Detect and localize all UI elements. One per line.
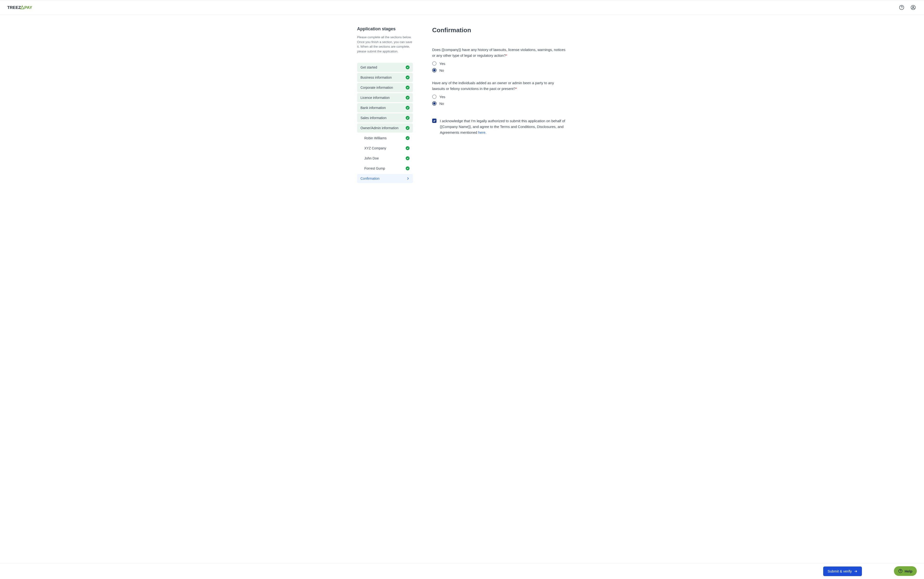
brand-text-2: PAY: [24, 5, 32, 10]
owner-label: Robin Williams: [364, 136, 387, 140]
submit-label: Submit & verify: [827, 569, 852, 573]
account-icon[interactable]: [909, 4, 917, 11]
radio-label: No: [439, 68, 444, 72]
check-circle-icon: [406, 75, 410, 79]
question-text: Does {{company}} have any history of law…: [432, 47, 567, 59]
acknowledgement-checkbox[interactable]: [432, 119, 436, 123]
radio-group: Yes No: [432, 61, 567, 72]
radio-group: Yes No: [432, 95, 567, 106]
submit-verify-button[interactable]: Submit & verify: [823, 566, 862, 576]
radio-label: Yes: [439, 62, 445, 65]
radio-icon: [432, 61, 436, 65]
required-asterisk: *: [506, 53, 507, 57]
question-text: Have any of the individuals added as an …: [432, 80, 567, 92]
owner-label: XYZ Company: [364, 146, 386, 150]
stage-label: Get started: [360, 65, 377, 69]
owner-label: John Doe: [364, 156, 379, 160]
radio-icon: [432, 101, 436, 106]
stage-sales-information[interactable]: Sales information: [357, 113, 413, 123]
content-panel: Confirmation Does {{company}} have any h…: [432, 26, 567, 534]
stage-label: Confirmation: [360, 177, 380, 180]
help-circle-icon: [898, 569, 903, 573]
owner-item[interactable]: Forrest Gump: [357, 164, 413, 173]
brand-logo[interactable]: TREEZ PAY: [7, 5, 38, 10]
help-widget-button[interactable]: Help: [894, 566, 917, 576]
stage-label: Sales information: [360, 116, 387, 120]
sidebar-title: Application stages: [357, 26, 413, 31]
stage-licence-information[interactable]: Licence information: [357, 93, 413, 102]
stage-label: Business information: [360, 75, 392, 79]
radio-option-yes[interactable]: Yes: [432, 61, 567, 65]
main-area: Application stages Please complete all t…: [0, 15, 924, 563]
radio-option-no[interactable]: No: [432, 68, 567, 72]
radio-option-no[interactable]: No: [432, 101, 567, 106]
stage-get-started[interactable]: Get started: [357, 63, 413, 72]
owner-item[interactable]: Robin Williams: [357, 134, 413, 143]
acknowledgement-text: I acknowledge that I'm legally authorize…: [440, 118, 567, 136]
stage-label: Licence information: [360, 96, 390, 100]
stage-label: Corporate information: [360, 86, 393, 90]
stage-confirmation[interactable]: Confirmation: [357, 174, 413, 183]
check-circle-icon: [406, 126, 410, 130]
check-circle-icon: [406, 96, 410, 100]
terms-link[interactable]: here.: [478, 130, 486, 134]
check-circle-icon: [406, 156, 410, 160]
check-circle-icon: [406, 167, 410, 170]
check-circle-icon: [406, 65, 410, 69]
check-circle-icon: [406, 106, 410, 110]
owner-item[interactable]: John Doe: [357, 154, 413, 163]
radio-icon: [432, 68, 436, 72]
sidebar: Application stages Please complete all t…: [357, 26, 413, 534]
acknowledgement-block: I acknowledge that I'm legally authorize…: [432, 118, 567, 136]
stage-bank-information[interactable]: Bank information: [357, 103, 413, 112]
radio-label: Yes: [439, 95, 445, 99]
svg-point-1: [901, 8, 902, 9]
check-circle-icon: [406, 116, 410, 120]
stage-corporate-information[interactable]: Corporate information: [357, 83, 413, 92]
sidebar-description: Please complete all the sections below. …: [357, 35, 413, 54]
radio-label: No: [439, 101, 444, 106]
stage-label: Bank information: [360, 106, 386, 110]
stage-label: Owner/Admin information: [360, 126, 398, 130]
stage-list: Get started Business information Corpora…: [357, 63, 413, 183]
question-individuals-lawsuits: Have any of the individuals added as an …: [432, 80, 567, 106]
owner-item[interactable]: XYZ Company: [357, 144, 413, 153]
check-circle-icon: [406, 136, 410, 140]
owner-label: Forrest Gump: [364, 167, 385, 170]
stage-business-information[interactable]: Business information: [357, 73, 413, 82]
radio-icon: [432, 95, 436, 99]
app-header: TREEZ PAY: [0, 0, 924, 15]
help-label: Help: [904, 569, 913, 573]
help-icon[interactable]: [898, 4, 905, 11]
arrow-right-icon: [854, 569, 858, 573]
header-actions: [898, 4, 917, 11]
required-asterisk: *: [516, 87, 517, 91]
page-title: Confirmation: [432, 26, 567, 34]
stage-owner-admin-information[interactable]: Owner/Admin information: [357, 123, 413, 132]
question-legal-history: Does {{company}} have any history of law…: [432, 47, 567, 72]
chevron-right-icon: [406, 177, 410, 180]
brand-text-1: TREEZ: [7, 5, 21, 10]
svg-point-3: [913, 6, 914, 7]
check-circle-icon: [406, 146, 410, 150]
check-circle-icon: [406, 86, 410, 90]
footer-bar: Submit & verify: [0, 563, 924, 579]
radio-option-yes[interactable]: Yes: [432, 95, 567, 99]
